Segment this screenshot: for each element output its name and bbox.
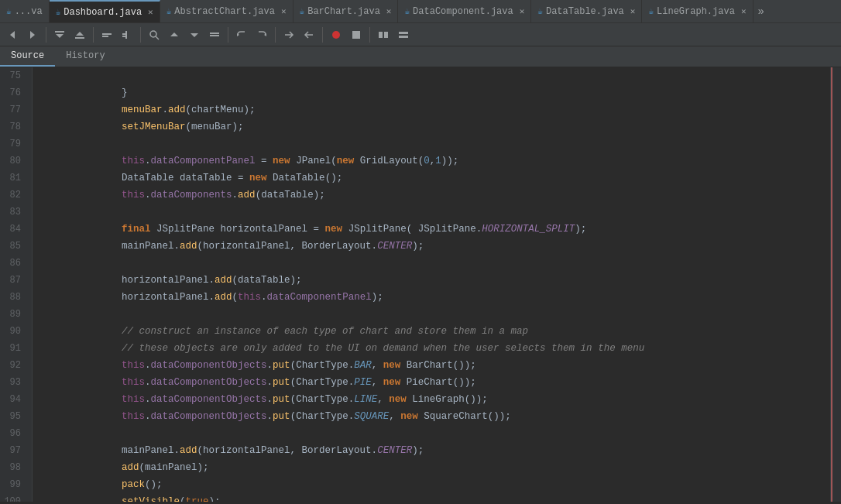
tab-linegraph-java[interactable]: ☕ LineGraph.java ✕: [642, 0, 753, 23]
line-number: 100: [0, 493, 27, 502]
tab-dashboard-java[interactable]: ☕ Dashboard.java ✕: [50, 0, 160, 23]
svg-marker-0: [10, 31, 15, 39]
highlight-button[interactable]: [205, 26, 224, 44]
line-number: 82: [0, 187, 27, 204]
svg-rect-23: [399, 32, 408, 34]
line-number: 98: [0, 459, 27, 476]
svg-rect-22: [384, 32, 388, 38]
tab-close-button[interactable]: ✕: [630, 6, 636, 16]
prev-method-button[interactable]: [50, 26, 69, 44]
tab-close-button[interactable]: ✕: [386, 6, 392, 16]
line-number: 91: [0, 340, 27, 357]
view-btn-2[interactable]: [394, 26, 413, 44]
java-file-icon: ☕: [537, 6, 543, 16]
tab-bar: ☕ ...va ☕ Dashboard.java ✕ ☕ AbstractCha…: [0, 0, 841, 23]
code-line-76: menuBar.add(chartMenu);: [40, 84, 830, 101]
right-margin-line: [831, 67, 832, 502]
svg-rect-16: [210, 35, 219, 36]
line-number: 96: [0, 425, 27, 442]
code-content[interactable]: } menuBar.add(chartMenu); setJMenuBar(me…: [33, 67, 830, 502]
line-number: 99: [0, 476, 27, 493]
search-button[interactable]: [145, 26, 163, 44]
line-number: 86: [0, 255, 27, 272]
java-file-icon: ☕: [166, 6, 172, 16]
tab-close-button[interactable]: ✕: [520, 6, 525, 16]
java-file-icon: ☕: [404, 6, 410, 16]
svg-rect-7: [102, 36, 108, 37]
line-numbers: 75 76 77 78 79 80 81 82 83 84 85 86 87 8…: [0, 67, 33, 502]
toolbar: [0, 23, 841, 46]
code-line-83: final JSplitPane horizontalPanel = new J…: [40, 204, 830, 221]
toolbar-divider-7: [369, 27, 370, 43]
right-gutter: [830, 67, 841, 502]
goto-back-button[interactable]: [300, 26, 318, 44]
back-button[interactable]: [3, 26, 22, 44]
redo-button[interactable]: [252, 26, 271, 44]
source-history-tabs: Source History: [0, 46, 841, 67]
history-tab[interactable]: History: [55, 46, 115, 67]
toolbar-divider-3: [140, 27, 141, 43]
tab-datacomponent-java[interactable]: ☕ DataComponent.java ✕: [398, 0, 531, 23]
toolbar-divider-6: [322, 27, 323, 43]
line-number: 81: [0, 170, 27, 187]
toggle-btn-1[interactable]: [98, 26, 116, 44]
tab-barchart-java[interactable]: ☕ BarChart.java ✕: [293, 0, 399, 23]
tab-va[interactable]: ☕ ...va: [0, 0, 50, 23]
svg-point-11: [150, 31, 156, 37]
code-line-86: horizontalPanel.add(dataTable);: [40, 255, 830, 272]
svg-rect-21: [379, 32, 383, 38]
next-method-button[interactable]: [70, 26, 89, 44]
tab-close-button[interactable]: ✕: [148, 7, 153, 17]
line-number: 75: [0, 67, 27, 84]
svg-rect-2: [55, 31, 64, 33]
line-number: 94: [0, 391, 27, 408]
line-number: 79: [0, 135, 27, 153]
line-number: 89: [0, 306, 27, 323]
svg-rect-6: [102, 33, 112, 35]
tab-close-button[interactable]: ✕: [741, 6, 747, 16]
toolbar-divider-4: [228, 27, 228, 43]
undo-button[interactable]: [232, 26, 251, 44]
line-number: 77: [0, 101, 27, 118]
java-file-icon: ☕: [648, 6, 654, 16]
more-tabs-button[interactable]: »: [753, 5, 769, 18]
toolbar-divider-5: [275, 27, 276, 43]
find-prev-button[interactable]: [165, 26, 184, 44]
line-number: 80: [0, 153, 27, 170]
line-number: 84: [0, 221, 27, 238]
java-file-icon: ☕: [300, 6, 305, 16]
view-btn-1[interactable]: [374, 26, 393, 44]
tab-close-button[interactable]: ✕: [281, 6, 287, 16]
line-number: 88: [0, 289, 27, 306]
line-number: 90: [0, 323, 27, 340]
source-tab[interactable]: Source: [0, 46, 55, 67]
svg-rect-20: [352, 31, 360, 39]
line-number: 92: [0, 357, 27, 374]
code-line-96: mainPanel.add(horizontalPanel, BorderLay…: [40, 425, 830, 442]
tab-datatable-java[interactable]: ☕ DataTable.java ✕: [531, 0, 642, 23]
line-number: 85: [0, 238, 27, 255]
goto-button[interactable]: [280, 26, 298, 44]
line-number: 78: [0, 118, 27, 135]
find-next-button[interactable]: [185, 26, 204, 44]
java-file-icon: ☕: [56, 7, 61, 17]
svg-line-12: [156, 36, 159, 39]
line-number: 83: [0, 204, 27, 221]
line-number: 97: [0, 442, 27, 459]
line-number: 95: [0, 408, 27, 425]
toolbar-divider-1: [46, 27, 46, 43]
svg-rect-8: [125, 31, 127, 39]
code-line-75: }: [40, 67, 830, 84]
toggle-btn-2[interactable]: [118, 26, 136, 44]
tab-abstractchart-java[interactable]: ☕ AbstractChart.java ✕: [160, 0, 293, 23]
line-number: 93: [0, 374, 27, 391]
forward-button[interactable]: [23, 26, 42, 44]
svg-marker-3: [56, 34, 64, 38]
record-button[interactable]: [327, 26, 345, 44]
code-area: 75 76 77 78 79 80 81 82 83 84 85 86 87 8…: [0, 67, 841, 502]
stop-button[interactable]: [347, 26, 366, 44]
toolbar-divider-2: [93, 27, 94, 43]
svg-rect-9: [122, 33, 125, 35]
code-line-89: // construct an instance of each type of…: [40, 306, 830, 323]
svg-marker-1: [30, 31, 35, 39]
